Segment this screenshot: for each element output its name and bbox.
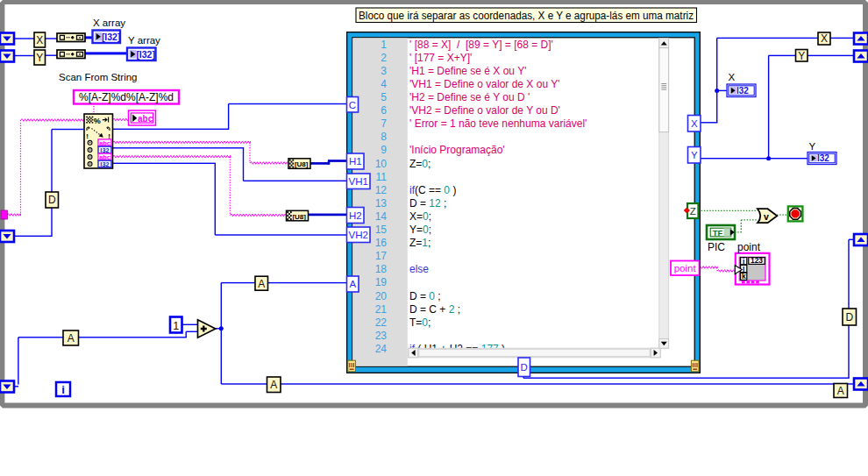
svg-text:X: X [821,32,828,45]
svg-text:point: point [674,263,697,274]
svg-text:X array: X array [93,18,125,28]
svg-text:I32]: I32] [139,49,155,60]
svg-text:A: A [258,278,265,290]
svg-text:D = 12 ;: D = 12 ; [409,197,446,210]
svg-text:D: D [845,311,853,323]
svg-text:k: k [742,272,746,281]
svg-text:21: 21 [375,303,388,316]
svg-text:5: 5 [381,91,387,103]
svg-text:X: X [691,118,698,129]
svg-text:H2: H2 [349,210,362,221]
svg-text:10: 10 [375,158,388,170]
svg-text:4: 4 [381,78,387,90]
svg-text:point: point [737,241,761,253]
svg-text:9: 9 [381,144,387,156]
svg-text:1: 1 [381,39,387,51]
svg-text:' [88 = X] / [89 = Y] = [68: ' [88 = X] / [89 = Y] = [68 = D]' [409,39,553,51]
svg-text:8: 8 [381,131,387,143]
svg-text:else: else [409,263,429,275]
svg-text:Scan From String: Scan From String [59,72,137,82]
svg-text:TF: TF [713,228,723,238]
svg-text:13: 13 [375,197,388,210]
svg-text:11: 11 [376,171,388,183]
svg-text:A: A [270,379,277,391]
svg-text:Z: Z [690,206,696,217]
svg-text:v: v [764,211,769,222]
svg-text:18: 18 [375,263,388,275]
svg-text:D: D [521,362,528,373]
svg-text:'H2 = Define se é Y ou D ': 'H2 = Define se é Y ou D ' [409,91,530,103]
svg-text:2: 2 [381,52,387,64]
svg-text:Y array: Y array [128,35,160,46]
svg-text:19: 19 [375,276,388,288]
svg-text:'VH2 = Define o valor de Y ou: 'VH2 = Define o valor de Y ou D' [409,104,560,117]
svg-text:!: ! [86,132,89,140]
svg-text:' Error = 1 não teve nenhuma v: ' Error = 1 não teve nenhuma variável' [409,117,587,130]
svg-text:VH1: VH1 [349,176,368,187]
svg-text:I32]: I32] [104,32,120,42]
svg-text:%: % [94,117,101,125]
svg-text:20: 20 [375,290,388,302]
svg-text:14: 14 [375,210,388,223]
svg-text:12: 12 [375,184,388,196]
svg-text:24: 24 [375,343,388,355]
svg-text:if(C == 0 ): if(C == 0 ) [409,184,456,196]
svg-text:A: A [68,332,75,345]
svg-text:'H1 = Define se é X ou Y': 'H1 = Define se é X ou Y' [409,65,526,77]
svg-text:Y: Y [809,141,816,152]
svg-text:Y: Y [36,52,43,64]
svg-text:Z=0;: Z=0; [409,158,430,170]
svg-text:16: 16 [375,237,388,249]
svg-text:' [177 = X+Y]': ' [177 = X+Y]' [409,52,472,64]
svg-text:VH2: VH2 [349,230,368,240]
svg-text:PIC: PIC [708,241,725,253]
svg-text:[U8]: [U8] [292,213,306,221]
svg-text:15: 15 [375,224,388,236]
svg-text:23: 23 [375,330,388,342]
svg-text:abc: abc [138,114,153,124]
svg-text:i: i [61,383,65,396]
svg-text:'Início Programação': 'Início Programação' [409,144,505,156]
svg-text:T=0;: T=0; [409,316,430,329]
svg-text:A: A [349,279,356,289]
svg-text:Z=1;: Z=1; [409,237,430,249]
svg-text:Y: Y [798,50,805,62]
svg-text:[U8]: [U8] [295,160,309,168]
svg-text:6: 6 [381,104,387,117]
svg-text:3: 3 [381,65,387,77]
svg-text:7: 7 [381,117,387,130]
svg-text:1: 1 [173,320,179,332]
svg-text:I32: I32 [100,160,109,168]
svg-text:22: 22 [375,316,388,329]
svg-text:%[A-Z]%d%[A-Z]%d: %[A-Z]%d%[A-Z]%d [79,91,174,103]
svg-text:'VH1 = Define o valor de X ou: 'VH1 = Define o valor de X ou Y' [409,78,559,90]
svg-text:D = C + 2 ;: D = C + 2 ; [409,303,460,316]
svg-text:Bloco que irá separar as coord: Bloco que irá separar as coordenadas, X … [359,10,694,22]
svg-text:17: 17 [375,250,388,262]
svg-text:D = 0 ;: D = 0 ; [409,290,441,302]
svg-text:D: D [48,194,56,206]
svg-text:C: C [349,100,356,110]
svg-text:X: X [729,72,736,82]
svg-text:Y=0;: Y=0; [409,224,431,236]
svg-text:I32: I32 [736,86,749,96]
svg-text:H1: H1 [349,156,362,167]
svg-text:X: X [36,34,43,46]
svg-text:I32: I32 [817,153,829,163]
svg-text:A: A [837,385,844,397]
svg-text:123: 123 [751,256,763,265]
svg-text:X=0;: X=0; [409,210,431,223]
svg-text:Y: Y [691,150,698,160]
